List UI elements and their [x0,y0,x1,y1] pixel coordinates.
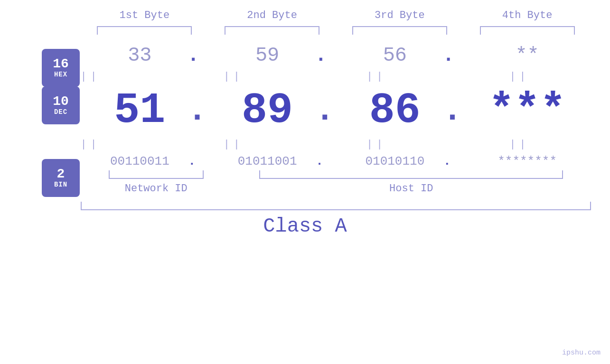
byte-header-1: 1st Byte [92,9,197,21]
dec-section: 10 DEC 51 . 89 . 86 . *** [19,86,591,135]
class-label: Class A [19,215,591,238]
main-container: 1st Byte 2nd Byte 3rd Byte 4th Byte 16 H… [0,0,610,364]
equals-6: || [181,139,286,150]
bin-section: 2 BIN 00110011 . 01011001 . 01010110 . *… [19,154,591,168]
bottom-bracket-host [259,170,563,179]
equals-4: || [467,71,572,83]
bin-cell-3: 01010110 . [347,154,452,168]
top-bracket-3 [352,26,447,35]
dec-cell-2: 89 . [220,86,324,135]
byte-header-2: 2nd Byte [220,9,324,21]
hex-cell-4: ** [475,44,580,67]
top-bracket-4 [480,26,575,35]
hex-section: 16 HEX 33 . 59 . 56 . ** [19,44,591,67]
equals-8: || [467,139,572,150]
hex-data-row: 33 . 59 . 56 . ** [81,44,591,67]
top-bracket-2 [225,26,319,35]
hex-cell-2: 59 . [220,44,324,67]
big-bottom-bracket [81,202,591,210]
hex-base-label: 16 HEX [42,49,80,87]
bin-cell-1: 00110011 . [92,154,197,168]
bin-cell-2: 01011001 . [220,154,324,168]
dec-data-row: 51 . 89 . 86 . *** [81,86,591,135]
equals-row-2: || || || || [19,139,591,150]
byte-headers-row: 1st Byte 2nd Byte 3rd Byte 4th Byte [19,0,591,21]
equals-row-1: || || || || [19,71,591,83]
top-bracket-1 [97,26,192,35]
dec-cell-1: 51 . [92,86,197,135]
bin-base-label: 2 BIN [42,159,80,197]
watermark: ipshu.com [562,349,601,357]
dec-cell-4: *** [475,86,580,135]
bin-data-row: 00110011 . 01011001 . 01010110 . *******… [81,154,591,168]
bottom-bracket-network [109,170,204,179]
dec-values-row: 51 . 89 . 86 . *** [19,86,591,135]
equals-7: || [324,139,429,150]
bottom-brackets-row [19,170,591,179]
hex-cell-3: 56 . [347,44,452,67]
top-brackets [19,26,591,35]
equals-5: || [38,139,143,150]
bin-cell-4: ******** [475,154,580,168]
dec-base-label: 10 DEC [42,86,80,124]
dec-cell-3: 86 . [347,86,452,135]
byte-header-3: 3rd Byte [347,9,452,21]
equals-3: || [324,71,429,83]
id-labels-row: Network ID Host ID [19,183,591,195]
hex-values-row: 33 . 59 . 56 . ** [19,44,591,67]
bin-values-row: 00110011 . 01011001 . 01010110 . *******… [19,154,591,168]
equals-2: || [181,71,286,83]
host-id-label: Host ID [254,183,568,195]
network-id-label: Network ID [104,183,208,195]
byte-header-4: 4th Byte [475,9,580,21]
hex-cell-1: 33 . [92,44,197,67]
